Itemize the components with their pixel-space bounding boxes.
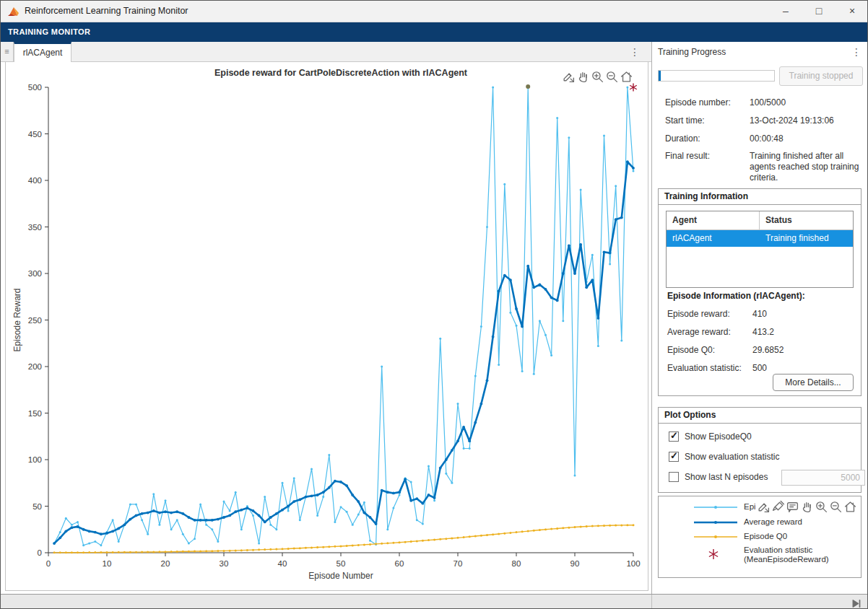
average-reward-line[interactable] [54,162,633,543]
marker [129,518,132,521]
show-last-n-episodes-checkbox[interactable] [669,472,679,482]
marker [228,514,231,517]
statusbar-divider [651,595,652,609]
marker [129,551,131,553]
status-column-header[interactable]: Status [760,211,853,229]
toolstrip-tab-training-monitor[interactable]: TRAINING MONITOR [8,27,90,36]
average-reward-label: Average reward: [667,327,731,337]
marker [492,336,495,338]
marker [264,548,266,551]
marker [188,543,190,545]
marker [229,550,231,552]
tab-list-menu-icon[interactable]: ≡ [1,42,14,61]
marker [269,516,272,519]
training-information-title: Training Information [659,189,861,205]
marker [603,525,605,527]
n-episodes-input[interactable] [781,470,865,486]
marker [118,551,120,553]
zoom-out-icon[interactable] [829,500,843,514]
marker [211,519,214,522]
episode-reward-value: 410 [752,309,767,319]
marker [428,539,430,541]
marker [609,252,612,255]
training-stopped-button[interactable]: Training stopped [779,66,863,86]
legend-hover-toolbar [755,500,859,514]
marker [521,530,524,533]
marker [118,540,120,543]
maximize-button[interactable]: □ [802,1,836,22]
marker [123,523,126,526]
start-time-label: Start time: [665,115,705,126]
marker [100,533,103,535]
agent-cell[interactable]: rlACAgent [667,230,760,247]
tab-rlacagent[interactable]: rlACAgent [14,42,71,62]
marker [82,551,84,553]
marker [77,521,79,523]
more-details-button[interactable]: More Details... [773,374,854,391]
minimize-button[interactable]: – [769,1,802,22]
marker [544,528,547,530]
training-plot[interactable]: 0102030405060708090100050100150200250300… [6,62,649,591]
episode-reward-line[interactable] [54,87,633,546]
marker [223,501,225,503]
y-tick-label: 0 [38,548,42,557]
duration-label: Duration: [665,133,700,144]
marker [433,538,435,540]
marker [252,549,254,551]
marker [433,496,436,499]
close-button[interactable]: × [836,1,868,22]
marker [597,525,599,527]
duration-value: 00:00:48 [750,133,864,144]
marker [568,136,570,139]
marker [503,183,505,185]
x-tick-label: 20 [161,559,170,568]
show-episodeq0-checkbox[interactable] [669,431,679,442]
datatip-icon[interactable] [786,500,799,514]
pan-icon[interactable] [800,500,814,514]
marker [222,516,225,519]
marker [94,531,97,534]
export-icon[interactable] [757,500,771,514]
episode-q0-row: Episode Q0: 29.6852 [667,345,855,358]
y-tick-label: 150 [28,409,42,418]
zoom-in-icon[interactable] [815,500,828,514]
table-empty-area [667,247,853,287]
marker [287,505,290,508]
marker [503,274,506,277]
marker [205,550,207,552]
marker [398,491,401,494]
home-icon[interactable] [843,500,857,514]
marker [516,325,518,327]
training-progress-panel: Training Progress ⋮ Training stopped Epi… [652,42,868,594]
marker [170,528,173,530]
y-tick-label: 350 [28,223,42,232]
training-progress-bar [658,70,775,82]
marker [585,286,588,289]
marker [597,345,599,347]
marker [170,512,173,514]
marker [117,527,120,530]
marker [305,496,308,499]
marker [135,551,137,553]
marker [480,325,482,328]
show-evaluation-statistic-checkbox[interactable] [669,452,679,462]
marker [311,468,313,470]
marker [463,447,465,450]
table-row[interactable]: rlACAgent Training finished [667,230,853,247]
marker [165,499,167,501]
agent-status-table[interactable]: Agent Status rlACAgent Training finished [666,211,854,288]
brush-icon[interactable] [771,500,785,514]
marker [381,489,383,492]
status-cell[interactable]: Training finished [760,230,853,247]
marker [100,551,102,553]
left-panel-options-icon[interactable]: ⋮ [630,47,640,57]
panel-title: Training Progress [658,47,726,57]
skip-end-icon[interactable] [850,597,864,609]
marker [363,543,365,546]
panel-options-icon[interactable]: ⋮ [851,47,862,57]
marker [428,465,430,468]
marker [352,524,354,526]
agent-column-header[interactable]: Agent [667,211,760,229]
marker [194,519,196,522]
marker [258,543,260,545]
